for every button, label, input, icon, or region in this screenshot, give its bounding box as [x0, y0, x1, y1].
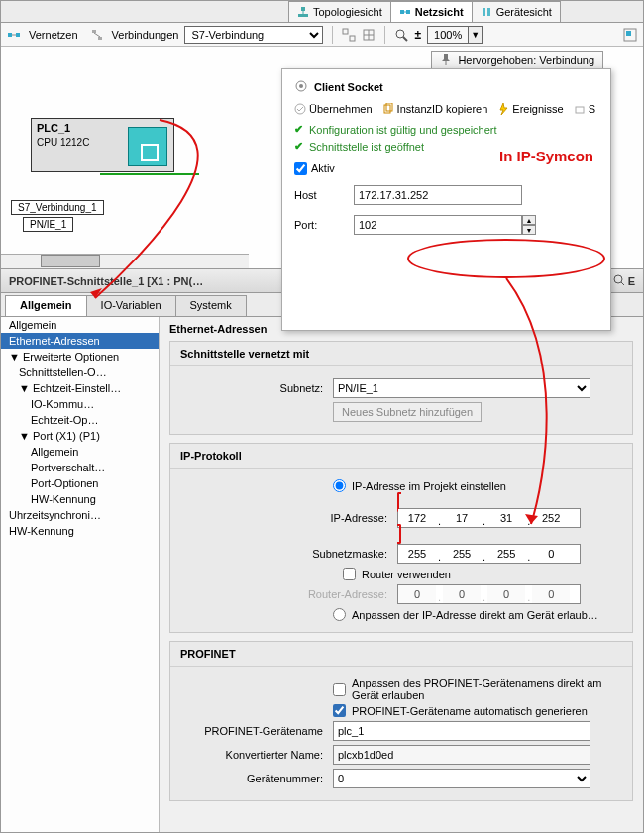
highlight-label: Hervorgehoben: Verbindung: [458, 54, 594, 66]
host-input[interactable]: [354, 185, 522, 205]
plc-port-icon[interactable]: [128, 127, 167, 166]
network-tool-icon[interactable]: [7, 28, 21, 42]
mask-octet-4[interactable]: [532, 545, 570, 563]
svg-rect-3: [400, 10, 404, 14]
pin-icon[interactable]: [440, 53, 452, 67]
ip-octet-1[interactable]: [398, 509, 436, 527]
ip-address-field[interactable]: . . .: [397, 508, 581, 528]
radio-ip-device[interactable]: [333, 608, 346, 621]
zoom-reset[interactable]: ±: [414, 28, 421, 42]
connection-type-select[interactable]: S7-Verbindung: [184, 26, 323, 44]
device-icon: [481, 6, 492, 18]
tree-item[interactable]: Port-Optionen: [1, 475, 159, 491]
connection-line[interactable]: [100, 173, 199, 175]
annotation-ip-symcon: In IP-Symcon: [499, 148, 593, 164]
pn-num-select[interactable]: 0: [333, 769, 590, 788]
ip-label: IP-Adresse:: [184, 512, 397, 524]
pn-num-label: Gerätenummer:: [184, 773, 333, 784]
tree-item[interactable]: Uhrzeitsynchroni…: [1, 507, 159, 523]
port-up-icon[interactable]: ▲: [522, 215, 536, 225]
property-tree[interactable]: AllgemeinEthernet-Adressen▼ Erweiterte O…: [1, 317, 160, 832]
tab-device[interactable]: Gerätesicht: [472, 1, 561, 22]
subnet-select[interactable]: PN/IE_1: [333, 378, 590, 398]
misc-button[interactable]: S: [574, 103, 595, 115]
svg-rect-1: [301, 7, 305, 11]
copy-instance-button[interactable]: InstanzID kopieren: [382, 103, 488, 115]
inspector-title: PROFINET-Schnittstelle_1 [X1 : PN(…: [9, 275, 203, 287]
network-btn-label[interactable]: Vernetzen: [29, 29, 78, 41]
svg-rect-7: [487, 8, 490, 16]
tab-topology[interactable]: Topologiesicht: [288, 1, 391, 22]
svg-rect-4: [406, 10, 410, 14]
port-label: Port:: [294, 219, 354, 231]
svg-point-26: [295, 104, 305, 114]
svg-rect-27: [384, 105, 390, 113]
pn-edit-label: Anpassen des PROFINET-Gerätenamens direk…: [352, 677, 609, 701]
pn-edit-checkbox[interactable]: [333, 683, 346, 696]
mask-octet-1[interactable]: [398, 545, 436, 563]
mask-octet-3[interactable]: [487, 545, 525, 563]
tree-item[interactable]: HW-Kennung: [1, 523, 159, 539]
tree-item[interactable]: ▼ Erweiterte Optionen: [1, 349, 159, 364]
tree-item[interactable]: Echtzeit-Op…: [1, 412, 159, 428]
svg-line-13: [94, 33, 100, 37]
active-label: Aktiv: [311, 162, 335, 175]
tree-item[interactable]: Ethernet-Adressen: [1, 333, 159, 349]
plc-device[interactable]: PLC_1 CPU 1212C: [31, 118, 174, 172]
overview-icon[interactable]: [623, 28, 637, 42]
addresses-icon[interactable]: [362, 28, 376, 42]
tab-iovars[interactable]: IO-Variablen: [86, 295, 176, 316]
relations-icon[interactable]: [342, 28, 356, 42]
ip-octet-2[interactable]: [443, 509, 481, 527]
svg-rect-12: [98, 37, 102, 40]
subnet-mask-field[interactable]: . . .: [397, 544, 581, 564]
svg-rect-8: [8, 33, 12, 37]
network-icon: [399, 6, 411, 18]
router-label: Router-Adresse:: [184, 588, 397, 600]
search-icon[interactable]: [613, 274, 625, 288]
zoom-icon[interactable]: [394, 28, 408, 42]
tree-item[interactable]: IO-Kommu…: [1, 396, 159, 412]
router-address-field: . . .: [397, 584, 581, 604]
radio-ip-project[interactable]: [333, 479, 346, 492]
pn-name-input[interactable]: [333, 721, 590, 741]
tree-item[interactable]: Portverschalt…: [1, 460, 159, 475]
tab-network[interactable]: Netzsicht: [390, 1, 473, 22]
svg-point-25: [299, 84, 303, 88]
highlight-bar: Hervorgehoben: Verbindung: [431, 51, 603, 70]
connections-tool-icon[interactable]: [90, 28, 104, 42]
horizontal-scrollbar[interactable]: [1, 254, 249, 268]
svg-rect-22: [626, 31, 631, 36]
svg-line-20: [403, 37, 407, 41]
toolbar: Vernetzen Verbindungen S7-Verbindung ± 1…: [1, 23, 643, 47]
pn-conv-label: Konvertierter Name:: [184, 749, 333, 761]
ip-octet-3[interactable]: [487, 509, 525, 527]
pn-auto-checkbox[interactable]: [333, 704, 346, 717]
ip-octet-4[interactable]: [532, 509, 570, 527]
tree-item[interactable]: Allgemein: [1, 317, 159, 333]
mask-octet-2[interactable]: [443, 545, 481, 563]
connection-tag[interactable]: S7_Verbindung_1: [11, 200, 104, 215]
apply-button[interactable]: Übernehmen: [294, 103, 373, 115]
client-socket-panel: Client Socket Übernehmen InstanzID kopie…: [281, 68, 611, 331]
events-button[interactable]: Ereignisse: [497, 103, 563, 115]
tab-network-label: Netzsicht: [415, 6, 464, 18]
tree-item[interactable]: Allgemein: [1, 444, 159, 460]
subnet-tag[interactable]: PN/IE_1: [23, 217, 73, 232]
router-checkbox[interactable]: [343, 568, 356, 580]
zoom-combo[interactable]: 100% ▼: [427, 26, 483, 44]
tree-item[interactable]: ▼ Port (X1) (P1): [1, 428, 159, 444]
active-checkbox[interactable]: [294, 162, 307, 175]
tree-item[interactable]: ▼ Echtzeit-Einstell…: [1, 380, 159, 396]
tab-sysk[interactable]: Systemk: [175, 295, 247, 316]
port-input[interactable]: [354, 215, 522, 235]
pn-conv-input: [333, 745, 590, 765]
tab-general[interactable]: Allgemein: [5, 295, 87, 316]
svg-rect-0: [298, 14, 308, 17]
tree-item[interactable]: HW-Kennung: [1, 491, 159, 507]
port-down-icon[interactable]: ▼: [522, 225, 536, 235]
connections-btn-label[interactable]: Verbindungen: [112, 29, 179, 41]
property-details: Ethernet-Adressen Schnittstelle vernetzt…: [160, 317, 643, 832]
tree-item[interactable]: Schnittstellen-O…: [1, 364, 159, 380]
zoom-dropdown-icon[interactable]: ▼: [468, 27, 482, 43]
